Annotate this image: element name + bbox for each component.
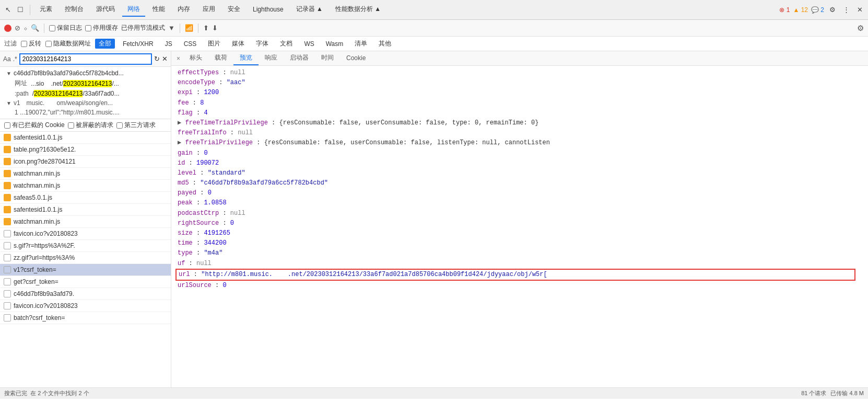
request-count: 81 个请求 bbox=[801, 389, 826, 397]
tab-elements[interactable]: 元素 bbox=[34, 3, 57, 17]
filter-img[interactable]: 图片 bbox=[204, 39, 224, 49]
right-panel: × 标头 载荷 预览 响应 启动器 时间 Cookie effectTypes … bbox=[171, 51, 868, 387]
download-icon[interactable]: ⬇ bbox=[212, 24, 218, 32]
clear-search-icon[interactable]: ✕ bbox=[162, 55, 168, 63]
file-icon-gray bbox=[4, 278, 11, 285]
filter-js[interactable]: JS bbox=[161, 40, 176, 48]
close-icon[interactable]: ✕ bbox=[855, 5, 865, 15]
tab-timing[interactable]: 时间 bbox=[315, 51, 340, 65]
filter-media[interactable]: 媒体 bbox=[228, 39, 248, 49]
list-item[interactable]: watchman.min.js bbox=[0, 180, 171, 192]
tab-performance[interactable]: 性能 bbox=[147, 3, 170, 17]
tab-lighthouse[interactable]: Lighthouse bbox=[248, 4, 289, 16]
regex-label[interactable]: .* bbox=[13, 55, 17, 63]
tab-cookie[interactable]: Cookie bbox=[340, 52, 372, 65]
blocked-cookies-check[interactable]: 有已拦截的 Cookie bbox=[4, 121, 65, 130]
list-item[interactable]: icon.png?de28704121 bbox=[0, 156, 171, 168]
url-row[interactable]: 网址 ...sio .net/20230312164213/... bbox=[13, 78, 168, 89]
tab-network[interactable]: 网络 bbox=[122, 3, 145, 17]
warning-badge[interactable]: ▲ 12 bbox=[793, 6, 808, 14]
chat-badge[interactable]: 💬 2 bbox=[811, 6, 824, 14]
network-settings-icon[interactable]: ⚙ bbox=[857, 24, 864, 33]
tab-console[interactable]: 控制台 bbox=[60, 3, 89, 17]
filter-ws[interactable]: WS bbox=[300, 40, 318, 48]
list-item[interactable]: safentesid1.0.1.js bbox=[0, 132, 171, 144]
tab-recorder[interactable]: 记录器 ▲ bbox=[291, 3, 328, 17]
preserve-log-check[interactable]: 保留日志 bbox=[49, 24, 82, 32]
request-name: favicon.ico?v20180823 bbox=[14, 302, 168, 309]
tab-memory[interactable]: 内存 bbox=[172, 3, 195, 17]
expand-arrow[interactable]: ▶ bbox=[178, 119, 181, 127]
v1-row[interactable]: ▼ v1 music. om/weapi/song/en... bbox=[3, 98, 168, 108]
filter-fetch-xhr[interactable]: Fetch/XHR bbox=[119, 40, 157, 48]
file-icon-yellow bbox=[4, 134, 11, 141]
filter-all[interactable]: 全部 bbox=[95, 39, 115, 49]
file-icon-yellow bbox=[4, 194, 11, 201]
settings-icon[interactable]: ⚙ bbox=[827, 5, 838, 15]
filter-manifest[interactable]: 清单 bbox=[351, 39, 371, 49]
json-content: effectTypes : null encodeType : "aac" ex… bbox=[171, 66, 868, 387]
list-item[interactable]: zz.gif?url=https%3A% bbox=[0, 252, 171, 264]
tab-initiator[interactable]: 启动器 bbox=[284, 51, 315, 65]
domain-label: c46dd7bf8b9a3afd79a6cc5f782b4cbd... bbox=[14, 70, 124, 77]
filter-wasm[interactable]: Wasm bbox=[322, 40, 347, 48]
request-name: zz.gif?url=https%3A% bbox=[14, 254, 168, 261]
third-party-check[interactable]: 第三方请求 bbox=[116, 121, 156, 130]
list-item[interactable]: get?csrf_token= bbox=[0, 276, 171, 288]
tab-security[interactable]: 安全 bbox=[222, 3, 245, 17]
list-item[interactable]: favicon.ico?v20180823 bbox=[0, 300, 171, 312]
wifi-icon[interactable]: 📶 bbox=[185, 24, 193, 32]
clear-icon[interactable]: ⊘ bbox=[15, 24, 20, 32]
json-line: freeTrialInfo : null bbox=[175, 128, 864, 138]
list-item[interactable]: safeas5.0.1.js bbox=[0, 192, 171, 204]
cursor-icon[interactable]: ↖ bbox=[3, 5, 13, 15]
record-button[interactable] bbox=[4, 25, 11, 32]
tab-response[interactable]: 响应 bbox=[259, 51, 284, 65]
list-item[interactable]: favicon.ico?v20180823 bbox=[0, 228, 171, 240]
refresh-icon[interactable]: ↻ bbox=[154, 55, 160, 63]
path-row[interactable]: :path /20230312164213/33a6f7ad0... bbox=[13, 89, 168, 98]
tab-close-button[interactable]: × bbox=[173, 54, 183, 63]
tab-sources[interactable]: 源代码 bbox=[91, 3, 120, 17]
upload-icon[interactable]: ⬆ bbox=[203, 24, 209, 32]
json-line: uf : null bbox=[175, 259, 864, 269]
invert-check[interactable]: 反转 bbox=[21, 39, 41, 48]
expand-arrow[interactable]: ▶ bbox=[178, 139, 181, 146]
disable-cache-check[interactable]: 停用缓存 bbox=[85, 24, 118, 32]
path-value: /20230312164213/33a6f7ad0... bbox=[32, 90, 120, 97]
json-line: effectTypes : null bbox=[175, 68, 864, 78]
tab-performance-insights[interactable]: 性能数据分析 ▲ bbox=[330, 3, 386, 17]
v1-child-row[interactable]: 1 ...190072,"url":"http://m801.music.... bbox=[13, 108, 168, 117]
request-name: c46dd7bf8b9a3afd79. bbox=[14, 290, 168, 297]
list-item[interactable]: batch?csrf_token= bbox=[0, 312, 171, 324]
list-item[interactable]: s.gif?r=https%3A%2F. bbox=[0, 240, 171, 252]
hide-data-url-check[interactable]: 隐藏数据网址 bbox=[45, 39, 91, 48]
list-item[interactable]: c46dd7bf8b9a3afd79. bbox=[0, 288, 171, 300]
list-item[interactable]: table.png?1630e5e12. bbox=[0, 144, 171, 156]
tab-payload[interactable]: 载荷 bbox=[208, 51, 233, 65]
file-icon-gray bbox=[4, 254, 11, 261]
tab-headers[interactable]: 标头 bbox=[183, 51, 208, 65]
search-icon[interactable]: 🔍 bbox=[31, 24, 39, 32]
list-item[interactable]: watchman.min.js bbox=[0, 216, 171, 228]
search-input[interactable] bbox=[19, 53, 152, 65]
filter-font[interactable]: 字体 bbox=[252, 39, 272, 49]
filter-icon[interactable]: ⬦ bbox=[24, 24, 28, 32]
v1-domain: music. om/weapi/song/en... bbox=[27, 99, 113, 107]
domain-row[interactable]: ▼ c46dd7bf8b9a3afd79a6cc5f782b4cbd... bbox=[3, 68, 168, 78]
error-badge[interactable]: ⊗ 1 bbox=[779, 6, 790, 14]
filter-css[interactable]: CSS bbox=[180, 40, 201, 48]
list-item[interactable]: safentesid1.0.1.js bbox=[0, 204, 171, 216]
list-item[interactable]: watchman.min.js bbox=[0, 168, 171, 180]
tab-preview[interactable]: 预览 bbox=[233, 51, 259, 65]
throttle-label: 已停用节流模式 bbox=[121, 24, 165, 32]
filter-doc[interactable]: 文档 bbox=[276, 39, 296, 49]
list-item-selected[interactable]: v1?csrf_token= bbox=[0, 264, 171, 276]
more-icon[interactable]: ⋮ bbox=[841, 5, 852, 15]
tab-application[interactable]: 应用 bbox=[197, 3, 220, 17]
request-name: table.png?1630e5e12. bbox=[14, 146, 168, 153]
device-icon[interactable]: ☐ bbox=[15, 5, 26, 15]
throttle-dropdown-icon[interactable]: ▼ bbox=[168, 24, 175, 32]
filter-other[interactable]: 其他 bbox=[375, 39, 395, 49]
blocked-requests-check[interactable]: 被屏蔽的请求 bbox=[68, 121, 113, 130]
